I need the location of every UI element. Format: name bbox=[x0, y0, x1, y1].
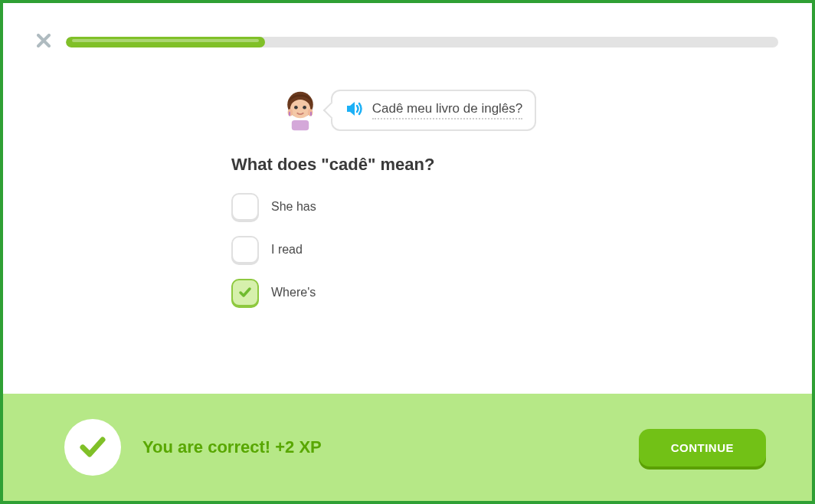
prompt-row: Cadê meu livro de inglês? bbox=[279, 89, 537, 132]
svg-point-5 bbox=[308, 109, 313, 116]
progress-fill bbox=[66, 37, 265, 47]
svg-rect-8 bbox=[292, 120, 309, 130]
svg-point-3 bbox=[303, 106, 306, 110]
continue-button[interactable]: CONTINUE bbox=[639, 429, 766, 466]
check-icon bbox=[76, 430, 110, 464]
option-label: She has bbox=[271, 200, 316, 214]
play-audio-button[interactable] bbox=[345, 99, 365, 122]
lesson-content: Cadê meu livro de inglês? What does "cad… bbox=[3, 51, 812, 306]
option-2[interactable]: I read bbox=[231, 236, 584, 263]
close-button[interactable] bbox=[37, 34, 51, 51]
option-label: I read bbox=[271, 243, 303, 257]
options-list: She has I read Where's bbox=[231, 193, 584, 306]
option-checkbox-selected bbox=[231, 279, 259, 306]
result-message: You are correct! +2 XP bbox=[142, 437, 639, 457]
option-3[interactable]: Where's bbox=[231, 279, 584, 306]
prompt-sentence: Cadê meu livro de inglês? bbox=[372, 101, 523, 119]
question-title: What does "cadê" mean? bbox=[231, 155, 584, 175]
check-icon bbox=[237, 285, 253, 300]
svg-rect-7 bbox=[310, 112, 312, 116]
svg-point-4 bbox=[287, 109, 293, 116]
svg-rect-6 bbox=[289, 112, 290, 116]
option-label: Where's bbox=[271, 286, 316, 299]
top-bar bbox=[3, 3, 812, 51]
question-section: What does "cadê" mean? She has I read Wh… bbox=[231, 155, 584, 306]
svg-point-1 bbox=[290, 100, 310, 118]
close-icon bbox=[37, 34, 51, 47]
result-indicator bbox=[64, 419, 121, 476]
progress-bar bbox=[66, 37, 778, 47]
svg-point-2 bbox=[294, 106, 298, 110]
option-checkbox bbox=[231, 193, 259, 221]
speech-bubble: Cadê meu livro de inglês? bbox=[331, 90, 537, 131]
option-1[interactable]: She has bbox=[231, 193, 584, 221]
result-footer: You are correct! +2 XP CONTINUE bbox=[3, 394, 812, 501]
option-checkbox bbox=[231, 236, 259, 263]
speaker-icon bbox=[345, 99, 365, 119]
character-avatar bbox=[279, 89, 322, 132]
